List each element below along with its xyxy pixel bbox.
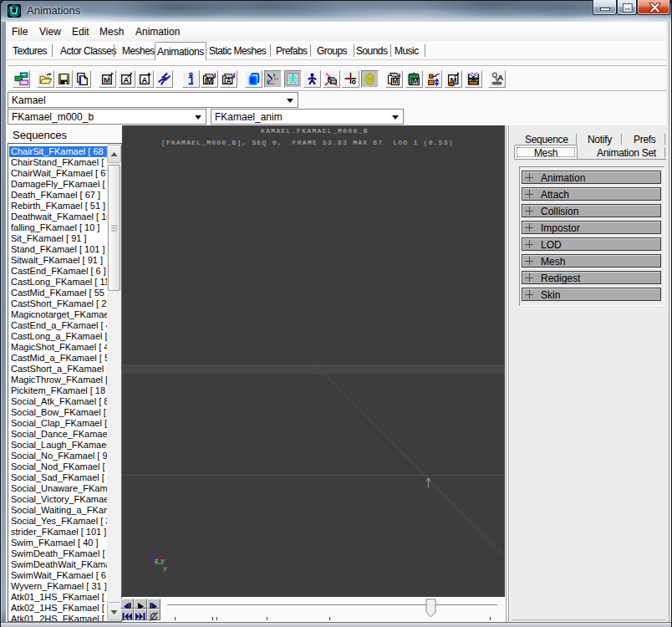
- svg-text:M: M: [206, 77, 212, 85]
- svg-text:A: A: [142, 75, 148, 84]
- svg-text:y: y: [163, 564, 167, 572]
- svg-text:z: z: [155, 557, 159, 564]
- svg-text:x: x: [160, 557, 165, 564]
- svg-text:A: A: [497, 73, 503, 82]
- svg-text:M: M: [413, 77, 419, 85]
- svg-text:M: M: [392, 77, 398, 85]
- svg-text:A: A: [226, 77, 231, 85]
